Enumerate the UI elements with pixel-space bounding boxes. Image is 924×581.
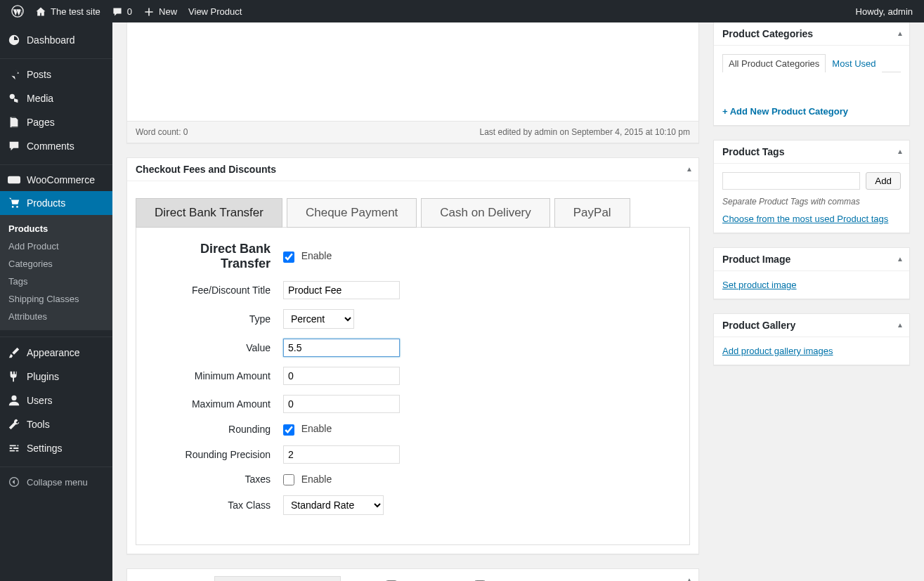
menu-posts[interactable]: Posts	[0, 63, 112, 86]
add-tag-button[interactable]: Add	[866, 172, 901, 190]
toggle-icon[interactable]: ▲	[897, 30, 904, 37]
taxclass-label: Tax Class	[153, 500, 283, 511]
product-type-select[interactable]: Simple product	[214, 576, 341, 581]
taxes-checkbox[interactable]	[283, 474, 294, 485]
wp-logo[interactable]	[6, 0, 30, 22]
menu-comments[interactable]: Comments	[0, 134, 112, 158]
product-data-box: ▲ Product Data — Simple product Virtual:…	[126, 568, 699, 581]
menu-media[interactable]: Media	[0, 86, 112, 110]
menu-tools[interactable]: Tools	[0, 412, 112, 436]
menu-label: Pages	[27, 117, 55, 128]
gallery-title: Product Gallery	[714, 314, 909, 337]
submenu-categories[interactable]: Categories	[0, 255, 112, 273]
value-input[interactable]	[283, 339, 400, 357]
submenu-shipping[interactable]: Shipping Classes	[0, 290, 112, 308]
svg-rect-2	[8, 176, 20, 184]
taxclass-select[interactable]: Standard Rate	[283, 495, 384, 515]
site-name-label: The test site	[51, 6, 100, 17]
submenu-attributes[interactable]: Attributes	[0, 308, 112, 325]
precision-label: Rounding Precision	[153, 449, 283, 460]
enable-checkbox[interactable]	[283, 252, 294, 263]
collapse-label: Collapse menu	[27, 477, 88, 488]
type-label: Type	[153, 313, 283, 325]
menu-appearance[interactable]: Appearance	[0, 341, 112, 365]
type-select[interactable]: Percent	[283, 309, 354, 329]
menu-dashboard[interactable]: Dashboard	[0, 28, 112, 52]
tab-paypal[interactable]: PayPal	[554, 198, 630, 228]
menu-settings[interactable]: Settings	[0, 436, 112, 460]
min-label: Minimum Amount	[153, 370, 283, 381]
editor-area[interactable]	[127, 22, 698, 121]
choose-tags-link[interactable]: Choose from the most used Product tags	[722, 214, 888, 224]
menu-pages[interactable]: Pages	[0, 110, 112, 134]
menu-label: Dashboard	[27, 34, 75, 46]
new-label: New	[159, 6, 177, 17]
cart-icon	[7, 197, 21, 209]
toggle-icon[interactable]: ▲	[897, 255, 904, 263]
comments-link[interactable]: 0	[106, 0, 138, 22]
title-input[interactable]	[283, 281, 400, 299]
toggle-icon[interactable]: ▲	[897, 321, 904, 329]
menu-products[interactable]: Products	[0, 191, 112, 215]
site-name-link[interactable]: The test site	[30, 0, 106, 22]
comment-icon	[112, 5, 123, 18]
view-product-label: View Product	[188, 6, 242, 17]
admin-sidebar: Dashboard Posts Media Pages Comments Woo…	[0, 22, 112, 581]
collapse-icon	[7, 476, 21, 488]
menu-woocommerce[interactable]: WooCommerce	[0, 169, 112, 191]
rounding-enable-label: Enable	[301, 423, 332, 434]
menu-label: Media	[27, 93, 53, 104]
image-title: Product Image	[714, 248, 909, 271]
max-input[interactable]	[283, 395, 400, 413]
rounding-checkbox[interactable]	[283, 424, 294, 436]
tab-cash-on-delivery[interactable]: Cash on Delivery	[421, 198, 549, 228]
toggle-icon[interactable]: ▲	[686, 165, 693, 173]
wordpress-icon	[11, 5, 24, 18]
media-icon	[7, 92, 21, 105]
fee-settings-panel: Direct Bank Transfer Enable Fee/Discount…	[136, 227, 690, 545]
page-icon	[7, 116, 21, 129]
toggle-icon[interactable]: ▲	[897, 148, 904, 155]
howdy-link[interactable]: Howdy, admin	[850, 0, 918, 22]
submenu-tags[interactable]: Tags	[0, 273, 112, 290]
menu-label: Appearance	[27, 347, 80, 358]
precision-input[interactable]	[283, 445, 400, 464]
brush-icon	[7, 346, 21, 359]
dashboard-icon	[7, 34, 21, 46]
rounding-label: Rounding	[153, 424, 283, 435]
add-category-link[interactable]: + Add New Product Category	[722, 106, 848, 117]
menu-plugins[interactable]: Plugins	[0, 365, 112, 389]
product-image-box: Product Image ▲ Set product image	[713, 247, 910, 299]
menu-label: Products	[27, 197, 65, 209]
menu-label: Plugins	[27, 371, 59, 382]
new-content-link[interactable]: New	[138, 0, 183, 22]
plus-icon	[143, 5, 155, 18]
submenu-add-product[interactable]: Add Product	[0, 237, 112, 255]
menu-label: Comments	[27, 141, 74, 152]
submenu-products[interactable]: Products	[0, 220, 112, 237]
add-gallery-link[interactable]: Add product gallery images	[722, 346, 833, 356]
tab-cheque-payment[interactable]: Cheque Payment	[287, 198, 417, 228]
tag-input[interactable]	[722, 172, 860, 190]
tag-note: Separate Product Tags with commas	[722, 197, 901, 207]
svg-point-1	[10, 94, 15, 99]
title-label: Fee/Discount Title	[153, 285, 283, 296]
main-content: Word count: 0 Last edited by admin on Se…	[112, 22, 924, 581]
set-image-link[interactable]: Set product image	[722, 280, 797, 290]
tab-direct-bank-transfer[interactable]: Direct Bank Transfer	[136, 198, 282, 228]
sliders-icon	[7, 442, 21, 455]
cat-tab-most-used[interactable]: Most Used	[826, 54, 882, 72]
editor-box: Word count: 0 Last edited by admin on Se…	[126, 22, 699, 143]
menu-users[interactable]: Users	[0, 389, 112, 412]
value-label: Value	[153, 342, 283, 353]
collapse-menu[interactable]: Collapse menu	[0, 471, 112, 493]
min-input[interactable]	[283, 367, 400, 385]
fees-box-title: Checkout Fees and Discounts	[127, 158, 698, 181]
view-product-link[interactable]: View Product	[183, 0, 247, 22]
plug-icon	[7, 370, 21, 383]
cat-tab-all[interactable]: All Product Categories	[722, 54, 826, 72]
pin-icon	[7, 68, 21, 81]
toggle-icon[interactable]: ▲	[686, 576, 693, 581]
svg-point-5	[11, 396, 16, 400]
svg-point-3	[12, 206, 14, 208]
